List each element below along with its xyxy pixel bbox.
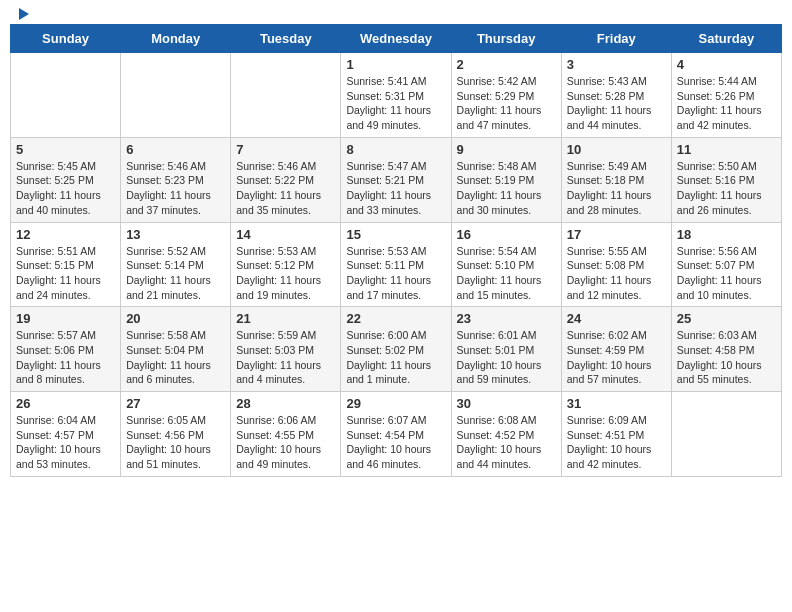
calendar-cell: 14Sunrise: 5:53 AM Sunset: 5:12 PM Dayli… bbox=[231, 222, 341, 307]
calendar-cell: 9Sunrise: 5:48 AM Sunset: 5:19 PM Daylig… bbox=[451, 137, 561, 222]
calendar-cell: 2Sunrise: 5:42 AM Sunset: 5:29 PM Daylig… bbox=[451, 53, 561, 138]
day-info: Sunrise: 6:09 AM Sunset: 4:51 PM Dayligh… bbox=[567, 413, 666, 472]
day-number: 14 bbox=[236, 227, 335, 242]
day-info: Sunrise: 5:48 AM Sunset: 5:19 PM Dayligh… bbox=[457, 159, 556, 218]
day-number: 12 bbox=[16, 227, 115, 242]
calendar-cell: 7Sunrise: 5:46 AM Sunset: 5:22 PM Daylig… bbox=[231, 137, 341, 222]
day-info: Sunrise: 6:04 AM Sunset: 4:57 PM Dayligh… bbox=[16, 413, 115, 472]
day-number: 26 bbox=[16, 396, 115, 411]
day-info: Sunrise: 6:08 AM Sunset: 4:52 PM Dayligh… bbox=[457, 413, 556, 472]
day-info: Sunrise: 5:58 AM Sunset: 5:04 PM Dayligh… bbox=[126, 328, 225, 387]
day-number: 27 bbox=[126, 396, 225, 411]
calendar-body: 1Sunrise: 5:41 AM Sunset: 5:31 PM Daylig… bbox=[11, 53, 782, 477]
day-number: 21 bbox=[236, 311, 335, 326]
calendar-cell: 12Sunrise: 5:51 AM Sunset: 5:15 PM Dayli… bbox=[11, 222, 121, 307]
day-number: 13 bbox=[126, 227, 225, 242]
calendar-day-header: Friday bbox=[561, 25, 671, 53]
calendar-cell: 18Sunrise: 5:56 AM Sunset: 5:07 PM Dayli… bbox=[671, 222, 781, 307]
calendar-cell bbox=[11, 53, 121, 138]
day-number: 3 bbox=[567, 57, 666, 72]
day-info: Sunrise: 5:53 AM Sunset: 5:11 PM Dayligh… bbox=[346, 244, 445, 303]
day-number: 23 bbox=[457, 311, 556, 326]
calendar-cell: 1Sunrise: 5:41 AM Sunset: 5:31 PM Daylig… bbox=[341, 53, 451, 138]
day-info: Sunrise: 5:45 AM Sunset: 5:25 PM Dayligh… bbox=[16, 159, 115, 218]
calendar-day-header: Tuesday bbox=[231, 25, 341, 53]
day-number: 24 bbox=[567, 311, 666, 326]
day-number: 4 bbox=[677, 57, 776, 72]
day-info: Sunrise: 5:41 AM Sunset: 5:31 PM Dayligh… bbox=[346, 74, 445, 133]
calendar-week-row: 12Sunrise: 5:51 AM Sunset: 5:15 PM Dayli… bbox=[11, 222, 782, 307]
day-number: 6 bbox=[126, 142, 225, 157]
day-info: Sunrise: 6:00 AM Sunset: 5:02 PM Dayligh… bbox=[346, 328, 445, 387]
calendar-cell: 21Sunrise: 5:59 AM Sunset: 5:03 PM Dayli… bbox=[231, 307, 341, 392]
day-number: 8 bbox=[346, 142, 445, 157]
day-number: 2 bbox=[457, 57, 556, 72]
day-info: Sunrise: 6:03 AM Sunset: 4:58 PM Dayligh… bbox=[677, 328, 776, 387]
logo bbox=[14, 10, 31, 16]
calendar-week-row: 26Sunrise: 6:04 AM Sunset: 4:57 PM Dayli… bbox=[11, 392, 782, 477]
day-info: Sunrise: 6:05 AM Sunset: 4:56 PM Dayligh… bbox=[126, 413, 225, 472]
calendar-cell: 20Sunrise: 5:58 AM Sunset: 5:04 PM Dayli… bbox=[121, 307, 231, 392]
calendar-cell: 27Sunrise: 6:05 AM Sunset: 4:56 PM Dayli… bbox=[121, 392, 231, 477]
calendar-cell: 29Sunrise: 6:07 AM Sunset: 4:54 PM Dayli… bbox=[341, 392, 451, 477]
day-info: Sunrise: 5:42 AM Sunset: 5:29 PM Dayligh… bbox=[457, 74, 556, 133]
day-info: Sunrise: 5:54 AM Sunset: 5:10 PM Dayligh… bbox=[457, 244, 556, 303]
day-number: 7 bbox=[236, 142, 335, 157]
calendar-week-row: 1Sunrise: 5:41 AM Sunset: 5:31 PM Daylig… bbox=[11, 53, 782, 138]
calendar-day-header: Sunday bbox=[11, 25, 121, 53]
calendar-cell: 10Sunrise: 5:49 AM Sunset: 5:18 PM Dayli… bbox=[561, 137, 671, 222]
day-info: Sunrise: 5:50 AM Sunset: 5:16 PM Dayligh… bbox=[677, 159, 776, 218]
calendar-day-header: Thursday bbox=[451, 25, 561, 53]
calendar-cell bbox=[121, 53, 231, 138]
calendar-cell: 11Sunrise: 5:50 AM Sunset: 5:16 PM Dayli… bbox=[671, 137, 781, 222]
day-number: 5 bbox=[16, 142, 115, 157]
calendar-cell bbox=[231, 53, 341, 138]
day-number: 29 bbox=[346, 396, 445, 411]
calendar-cell: 30Sunrise: 6:08 AM Sunset: 4:52 PM Dayli… bbox=[451, 392, 561, 477]
calendar-day-header: Wednesday bbox=[341, 25, 451, 53]
day-number: 17 bbox=[567, 227, 666, 242]
calendar-day-header: Saturday bbox=[671, 25, 781, 53]
calendar-cell: 16Sunrise: 5:54 AM Sunset: 5:10 PM Dayli… bbox=[451, 222, 561, 307]
calendar-cell: 13Sunrise: 5:52 AM Sunset: 5:14 PM Dayli… bbox=[121, 222, 231, 307]
calendar-cell bbox=[671, 392, 781, 477]
day-info: Sunrise: 5:47 AM Sunset: 5:21 PM Dayligh… bbox=[346, 159, 445, 218]
day-number: 20 bbox=[126, 311, 225, 326]
day-number: 19 bbox=[16, 311, 115, 326]
day-info: Sunrise: 5:55 AM Sunset: 5:08 PM Dayligh… bbox=[567, 244, 666, 303]
calendar-cell: 28Sunrise: 6:06 AM Sunset: 4:55 PM Dayli… bbox=[231, 392, 341, 477]
day-number: 28 bbox=[236, 396, 335, 411]
calendar-cell: 15Sunrise: 5:53 AM Sunset: 5:11 PM Dayli… bbox=[341, 222, 451, 307]
day-number: 25 bbox=[677, 311, 776, 326]
calendar-week-row: 5Sunrise: 5:45 AM Sunset: 5:25 PM Daylig… bbox=[11, 137, 782, 222]
day-info: Sunrise: 5:49 AM Sunset: 5:18 PM Dayligh… bbox=[567, 159, 666, 218]
calendar-cell: 23Sunrise: 6:01 AM Sunset: 5:01 PM Dayli… bbox=[451, 307, 561, 392]
day-info: Sunrise: 6:07 AM Sunset: 4:54 PM Dayligh… bbox=[346, 413, 445, 472]
day-info: Sunrise: 5:59 AM Sunset: 5:03 PM Dayligh… bbox=[236, 328, 335, 387]
calendar-cell: 25Sunrise: 6:03 AM Sunset: 4:58 PM Dayli… bbox=[671, 307, 781, 392]
day-info: Sunrise: 5:46 AM Sunset: 5:23 PM Dayligh… bbox=[126, 159, 225, 218]
day-number: 30 bbox=[457, 396, 556, 411]
day-number: 10 bbox=[567, 142, 666, 157]
calendar-cell: 4Sunrise: 5:44 AM Sunset: 5:26 PM Daylig… bbox=[671, 53, 781, 138]
calendar-cell: 6Sunrise: 5:46 AM Sunset: 5:23 PM Daylig… bbox=[121, 137, 231, 222]
day-info: Sunrise: 6:01 AM Sunset: 5:01 PM Dayligh… bbox=[457, 328, 556, 387]
svg-marker-0 bbox=[19, 8, 29, 20]
calendar-cell: 26Sunrise: 6:04 AM Sunset: 4:57 PM Dayli… bbox=[11, 392, 121, 477]
day-number: 22 bbox=[346, 311, 445, 326]
day-info: Sunrise: 5:46 AM Sunset: 5:22 PM Dayligh… bbox=[236, 159, 335, 218]
logo-arrow-icon bbox=[15, 6, 31, 22]
calendar-cell: 17Sunrise: 5:55 AM Sunset: 5:08 PM Dayli… bbox=[561, 222, 671, 307]
day-number: 15 bbox=[346, 227, 445, 242]
day-number: 9 bbox=[457, 142, 556, 157]
day-info: Sunrise: 5:43 AM Sunset: 5:28 PM Dayligh… bbox=[567, 74, 666, 133]
day-info: Sunrise: 5:52 AM Sunset: 5:14 PM Dayligh… bbox=[126, 244, 225, 303]
calendar-cell: 22Sunrise: 6:00 AM Sunset: 5:02 PM Dayli… bbox=[341, 307, 451, 392]
day-info: Sunrise: 5:51 AM Sunset: 5:15 PM Dayligh… bbox=[16, 244, 115, 303]
day-number: 1 bbox=[346, 57, 445, 72]
calendar-cell: 3Sunrise: 5:43 AM Sunset: 5:28 PM Daylig… bbox=[561, 53, 671, 138]
day-number: 11 bbox=[677, 142, 776, 157]
calendar-cell: 31Sunrise: 6:09 AM Sunset: 4:51 PM Dayli… bbox=[561, 392, 671, 477]
calendar-day-header: Monday bbox=[121, 25, 231, 53]
calendar-cell: 5Sunrise: 5:45 AM Sunset: 5:25 PM Daylig… bbox=[11, 137, 121, 222]
